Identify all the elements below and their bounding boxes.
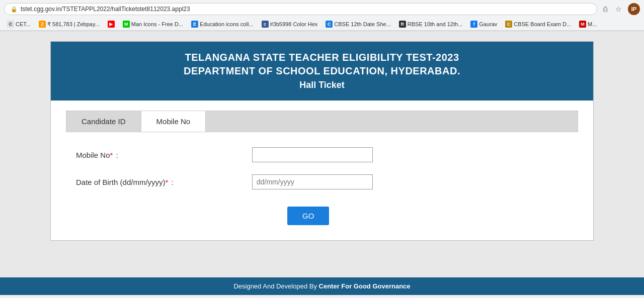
footer-bold-text: Center For Good Governance bbox=[319, 282, 411, 290]
star-button[interactable]: ☆ bbox=[613, 4, 624, 14]
go-button-row: GO bbox=[76, 202, 568, 225]
bookmark-label-rbse: RBSE 10th and 12th... bbox=[408, 21, 462, 27]
page-content: TELANGANA STATE TEACHER ELIGIBILITY TEST… bbox=[0, 31, 644, 277]
mobile-no-label: Mobile No* : bbox=[76, 151, 252, 159]
footer-text: Designed And Developed By bbox=[233, 282, 318, 290]
header-title-line2: DEPARTMENT OF SCHOOL EDUCATION, HYDERABA… bbox=[61, 65, 583, 77]
form-section: Mobile No* : Date of Birth (dd/mm/yyyy)*… bbox=[66, 147, 578, 225]
bookmark-youtube[interactable]: ▶ bbox=[105, 20, 118, 29]
mobile-no-input[interactable] bbox=[252, 147, 373, 162]
bookmark-label-gaurav: Gaurav bbox=[479, 21, 497, 27]
bookmark-label-color-hex: #3b5998 Color Hex bbox=[270, 21, 318, 27]
bookmark-cbse-board[interactable]: C CBSE Board Exam D... bbox=[502, 20, 574, 29]
bookmark-label-education-icons: Education icons coll... bbox=[200, 21, 253, 27]
header-title-line1: TELANGANA STATE TEACHER ELIGIBILITY TEST… bbox=[61, 52, 583, 63]
bookmark-label-cbse-12: CBSE 12th Date She... bbox=[334, 21, 391, 27]
bookmark-favicon-cbse-12: C bbox=[326, 21, 333, 28]
bookmark-label-more: M... bbox=[588, 21, 597, 27]
bookmark-favicon-rbse: R bbox=[399, 21, 406, 28]
dob-label: Date of Birth (dd/mm/yyyy)* : bbox=[76, 178, 252, 186]
bookmarks-bar: C CET... Z ₹ 581,783 | Zebpay... ▶ M Man… bbox=[0, 18, 644, 31]
go-button[interactable]: GO bbox=[287, 207, 329, 225]
main-card: TELANGANA STATE TEACHER ELIGIBILITY TEST… bbox=[50, 41, 594, 241]
bookmark-favicon-education-icons: E bbox=[191, 21, 198, 28]
bookmark-label-zebpay: ₹ 581,783 | Zebpay... bbox=[47, 21, 100, 28]
bookmark-label-cbse-board: CBSE Board Exam D... bbox=[514, 21, 571, 27]
bookmark-favicon-zebpay: Z bbox=[39, 21, 46, 28]
tabs-container: Candidate ID Mobile No bbox=[66, 111, 578, 132]
browser-chrome: 🔒 tstet.cgg.gov.in/TSTETAPPL2022/hallTic… bbox=[0, 0, 644, 31]
url-text: tstet.cgg.gov.in/TSTETAPPL2022/hallTicke… bbox=[21, 6, 190, 13]
mobile-no-row: Mobile No* : bbox=[76, 147, 568, 162]
tab-mobile-no[interactable]: Mobile No bbox=[141, 111, 206, 132]
bookmark-education-icons[interactable]: E Education icons coll... bbox=[188, 20, 256, 29]
bookmark-favicon-cbse-board: C bbox=[505, 21, 512, 28]
header-title-line3: Hall Ticket bbox=[61, 80, 583, 90]
bookmark-cet[interactable]: C CET... bbox=[4, 20, 34, 29]
tab-candidate-id[interactable]: Candidate ID bbox=[66, 111, 141, 132]
bookmark-zebpay[interactable]: Z ₹ 581,783 | Zebpay... bbox=[36, 20, 103, 29]
dob-input[interactable] bbox=[252, 174, 373, 189]
bookmark-favicon-more: M bbox=[579, 21, 586, 28]
bookmark-favicon-youtube: ▶ bbox=[108, 21, 115, 28]
browser-actions: ⎙ ☆ IP bbox=[601, 3, 640, 15]
dob-required: * bbox=[166, 178, 169, 186]
card-header: TELANGANA STATE TEACHER ELIGIBILITY TEST… bbox=[51, 42, 593, 101]
bookmark-favicon-color-hex: c bbox=[262, 21, 269, 28]
card-body: Candidate ID Mobile No Mobile No* : bbox=[51, 101, 593, 240]
address-bar-row: 🔒 tstet.cgg.gov.in/TSTETAPPL2022/hallTic… bbox=[0, 0, 644, 18]
bookmark-gaurav[interactable]: f Gaurav bbox=[467, 20, 500, 29]
profile-avatar[interactable]: IP bbox=[628, 3, 640, 15]
footer: Designed And Developed By Center For Goo… bbox=[0, 277, 644, 295]
bookmark-color-hex[interactable]: c #3b5998 Color Hex bbox=[259, 20, 321, 29]
bookmark-favicon-cet: C bbox=[7, 21, 14, 28]
share-button[interactable]: ⎙ bbox=[601, 4, 609, 14]
bookmark-rbse[interactable]: R RBSE 10th and 12th... bbox=[396, 20, 465, 29]
dob-row: Date of Birth (dd/mm/yyyy)* : bbox=[76, 174, 568, 189]
bookmark-more[interactable]: M M... bbox=[576, 20, 600, 29]
bookmark-cbse-12[interactable]: C CBSE 12th Date She... bbox=[323, 20, 394, 29]
bookmark-man-icons[interactable]: M Man Icons - Free D... bbox=[120, 20, 186, 29]
bookmark-favicon-gaurav: f bbox=[470, 21, 477, 28]
bookmark-favicon-man-icons: M bbox=[123, 21, 130, 28]
address-bar[interactable]: 🔒 tstet.cgg.gov.in/TSTETAPPL2022/hallTic… bbox=[4, 3, 597, 15]
bookmark-label-man-icons: Man Icons - Free D... bbox=[131, 21, 183, 27]
bookmark-label-cet: CET... bbox=[16, 21, 31, 27]
mobile-no-required: * bbox=[110, 151, 113, 159]
lock-icon: 🔒 bbox=[11, 6, 18, 13]
